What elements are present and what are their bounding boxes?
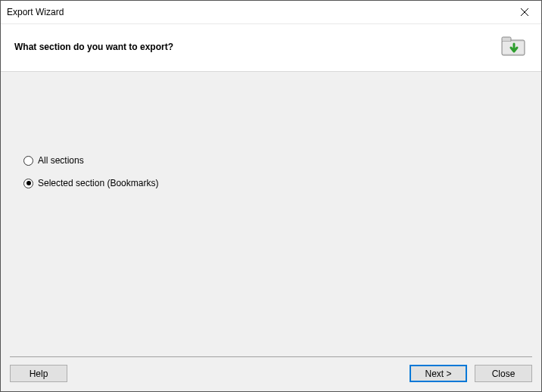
next-button[interactable]: Next > xyxy=(410,365,467,382)
close-icon xyxy=(521,8,528,16)
footer-separator xyxy=(10,356,532,357)
radio-icon xyxy=(23,156,33,166)
radio-label-selected: Selected section (Bookmarks) xyxy=(38,178,158,188)
help-button[interactable]: Help xyxy=(10,365,67,382)
wizard-content: All sections Selected section (Bookmarks… xyxy=(1,72,541,356)
export-wizard-window: Export Wizard What section do you want t… xyxy=(0,0,542,392)
wizard-header: What section do you want to export? xyxy=(1,23,541,72)
radio-selected-section[interactable]: Selected section (Bookmarks) xyxy=(23,178,541,188)
titlebar: Export Wizard xyxy=(1,1,541,23)
svg-rect-3 xyxy=(502,37,511,42)
footer-buttons: Help Next > Close xyxy=(10,365,532,382)
radio-label-all: All sections xyxy=(38,155,84,166)
export-folder-icon xyxy=(500,35,528,59)
window-title: Export Wizard xyxy=(7,7,507,17)
radio-icon-selected xyxy=(23,179,33,188)
radio-all-sections[interactable]: All sections xyxy=(23,155,541,166)
wizard-heading: What section do you want to export? xyxy=(14,42,500,52)
wizard-footer: Help Next > Close xyxy=(1,356,541,391)
close-button[interactable] xyxy=(507,1,541,23)
close-wizard-button[interactable]: Close xyxy=(475,365,532,382)
